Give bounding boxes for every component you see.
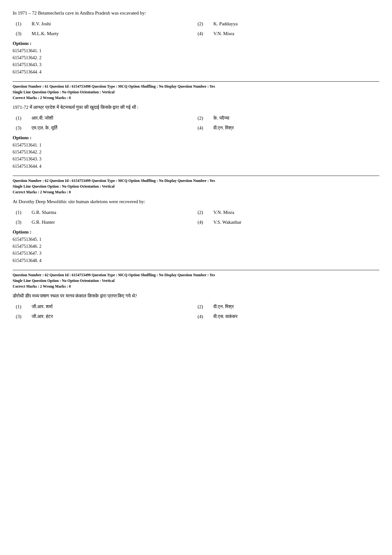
meta-block-61: Question Number : 61 Question Id : 61547… — [13, 81, 379, 101]
option-num: (4) — [198, 125, 207, 131]
option-value-3-hi: 61547513643. 3 — [13, 156, 379, 163]
question-text-hi: 1971-72 में आन्ध्र प्रदेश में बेटमचर्ला … — [13, 104, 379, 111]
option-text: V.N. Misra — [213, 31, 234, 36]
meta-line-1: Question Number : 62 Question Id : 61547… — [13, 272, 379, 278]
option-num: (1) — [16, 21, 25, 27]
question-62-en: At Dorothy Deep Mesolithic site human sk… — [13, 198, 379, 264]
option-text: K. Paddayya — [213, 21, 238, 27]
option-value-2-62-en: 61547513646. 2 — [13, 243, 379, 250]
option-num: (2) — [198, 21, 207, 27]
meta-line-1: Question Number : 62 Question Id : 61547… — [13, 178, 379, 184]
option-num: (1) — [16, 115, 25, 121]
question-text-62-en: At Dorothy Deep Mesolithic site human sk… — [13, 198, 379, 205]
option-3-hi: (3) एम.एल. के. मूर्ति — [16, 125, 198, 131]
question-61-en: In 1971 – 72 Betamecherla cave in Andhra… — [13, 9, 379, 76]
option-value-2-hi: 61547513642. 2 — [13, 149, 379, 156]
options-label: Options : — [13, 41, 379, 46]
option-4-hi: (4) वी.एन. मिश्र — [198, 125, 379, 131]
option-2-hi: (2) के. पदैय्या — [198, 115, 379, 121]
meta-block-62-en: Question Number : 62 Question Id : 61547… — [13, 176, 379, 195]
options-label-hi: Options : — [13, 135, 379, 140]
option-text: G.R. Sharma — [32, 210, 56, 215]
option-text: वी.एन. मिश्र — [213, 304, 234, 309]
meta-block-62-hi: Question Number : 62 Question Id : 61547… — [13, 270, 379, 289]
option-num: (3) — [16, 314, 25, 319]
option-text: आर.वी. जोशी — [32, 115, 53, 121]
option-value-3-62-en: 61547513647. 3 — [13, 250, 379, 257]
option-num: (3) — [16, 125, 25, 131]
question-text: In 1971 – 72 Betamecherla cave in Andhra… — [13, 9, 379, 17]
question-text-62-hi: डोरोथी डीप मध्य पाषाण स्थल पर मानव कंकाल… — [13, 292, 379, 300]
option-2: (2) K. Paddayya — [198, 21, 379, 27]
option-text: के. पदैय्या — [213, 115, 229, 121]
option-3: (3) M.L.K. Murty — [16, 31, 198, 36]
option-num: (1) — [16, 304, 25, 309]
option-text: R.V. Joshi — [32, 21, 51, 27]
option-3-62-hi: (3) जी.आर. हंटर — [16, 314, 198, 319]
option-3-62-en: (3) G.R. Hunter — [16, 220, 198, 225]
option-4-62-en: (4) V.S. Wakanhar — [198, 220, 379, 225]
option-value-1-hi: 61547513641. 1 — [13, 142, 379, 149]
marks-line: Correct Marks : 2 Wrong Marks : 0 — [13, 189, 379, 195]
question-62-hi: डोरोथी डीप मध्य पाषाण स्थल पर मानव कंकाल… — [13, 292, 379, 319]
option-num: (3) — [16, 220, 25, 225]
option-text: एम.एल. के. मूर्ति — [32, 125, 57, 131]
option-num: (4) — [198, 220, 207, 225]
option-value-1-62-en: 61547513645. 1 — [13, 236, 379, 243]
option-text: वी.एन. मिश्र — [213, 125, 234, 131]
meta-line-1: Question Number : 61 Question Id : 61547… — [13, 84, 379, 89]
option-value-1: 61547513641. 1 — [13, 47, 379, 54]
option-text: V.N. Misra — [213, 210, 234, 215]
option-value-2: 61547513642. 2 — [13, 54, 379, 61]
meta-line-2: Single Line Question Option : No Option … — [13, 184, 379, 189]
option-num: (2) — [198, 304, 207, 309]
option-text: वी.एस. वाकंकर — [213, 314, 238, 319]
option-num: (4) — [198, 31, 207, 36]
option-value-4-62-en: 61547513648. 4 — [13, 257, 379, 264]
options-grid: (1) R.V. Joshi (2) K. Paddayya (3) M.L.K… — [13, 21, 379, 36]
option-4: (4) V.N. Misra — [198, 31, 379, 36]
option-text: G.R. Hunter — [32, 220, 55, 225]
option-text: M.L.K. Murty — [32, 31, 59, 36]
option-num: (1) — [16, 210, 25, 215]
question-61-hi: 1971-72 में आन्ध्र प्रदेश में बेटमचर्ला … — [13, 104, 379, 170]
option-1-hi: (1) आर.वी. जोशी — [16, 115, 198, 121]
option-text: जी.आर. शर्मा — [32, 304, 52, 309]
meta-line-2: Single Line Question Option : No Option … — [13, 278, 379, 284]
option-num: (4) — [198, 314, 207, 319]
marks-line: Correct Marks : 2 Wrong Marks : 0 — [13, 284, 379, 289]
option-num: (3) — [16, 31, 25, 36]
option-value-3: 61547513643. 3 — [13, 61, 379, 68]
option-2-62-hi: (2) वी.एन. मिश्र — [198, 304, 379, 309]
options-grid-62-hi: (1) जी.आर. शर्मा (2) वी.एन. मिश्र (3) जी… — [13, 304, 379, 319]
options-grid-62-en: (1) G.R. Sharma (2) V.N. Misra (3) G.R. … — [13, 210, 379, 225]
option-num: (2) — [198, 210, 207, 215]
option-1-62-hi: (1) जी.आर. शर्मा — [16, 304, 198, 309]
option-value-4-hi: 61547513644. 4 — [13, 163, 379, 170]
option-text: V.S. Wakanhar — [213, 220, 242, 225]
option-2-62-en: (2) V.N. Misra — [198, 210, 379, 215]
meta-line-2: Single Line Question Option : No Option … — [13, 89, 379, 95]
option-text: जी.आर. हंटर — [32, 314, 53, 319]
option-4-62-hi: (4) वी.एस. वाकंकर — [198, 314, 379, 319]
marks-line: Correct Marks : 2 Wrong Marks : 0 — [13, 95, 379, 101]
option-1: (1) R.V. Joshi — [16, 21, 198, 27]
options-label-62-en: Options : — [13, 229, 379, 235]
options-grid-hi: (1) आर.वी. जोशी (2) के. पदैय्या (3) एम.ए… — [13, 115, 379, 131]
option-value-4: 61547513644. 4 — [13, 69, 379, 76]
option-num: (2) — [198, 115, 207, 121]
page-content: In 1971 – 72 Betamecherla cave in Andhra… — [13, 9, 379, 319]
option-1-62-en: (1) G.R. Sharma — [16, 210, 198, 215]
